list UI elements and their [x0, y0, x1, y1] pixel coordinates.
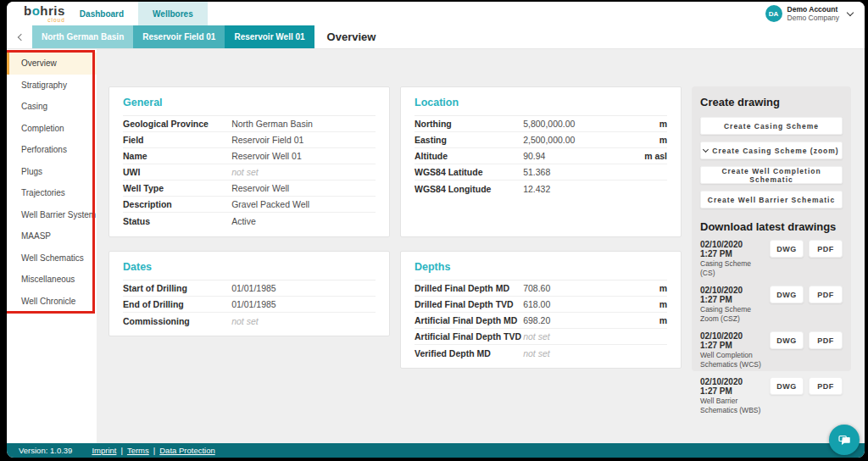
drawing-name: Casing Scheme Zoom (CSZ): [700, 305, 761, 324]
account-name: Demo Account: [787, 5, 839, 14]
drawing-timestamp: 02/10/2020 1:27 PM: [700, 331, 761, 350]
general-row-well-type: Well TypeReservoir Well: [123, 181, 376, 197]
column-left: General Geological ProvinceNorth German …: [108, 86, 390, 443]
sidebar-item-overview[interactable]: Overview: [7, 53, 97, 75]
chat-button[interactable]: [829, 425, 860, 455]
card-general-title: General: [123, 97, 376, 116]
data-protection-link[interactable]: Data Protection: [159, 446, 214, 455]
logo-text: bohris: [24, 4, 65, 17]
drawing-timestamp: 02/10/2020 1:27 PM: [700, 286, 761, 304]
create-casing-scheme-button[interactable]: Create Casing Scheme: [700, 117, 843, 135]
app-header: bohris cloud Dashboard Wellbores DA Demo…: [7, 2, 865, 25]
create-well-barrier-schematic-button[interactable]: Create Well Barrier Schematic: [700, 191, 843, 208]
drawing-name: Well Completion Schematics (WCS): [700, 351, 761, 369]
dwg-download-button[interactable]: DWG: [770, 286, 804, 303]
card-dates: Dates Start of Drilling01/01/1985 End of…: [108, 251, 390, 336]
chevron-down-icon: [703, 146, 709, 152]
drawing-timestamp: 02/10/2020 1:27 PM: [700, 240, 761, 258]
app-window: bohris cloud Dashboard Wellbores DA Demo…: [7, 2, 865, 458]
chat-icon: [837, 432, 852, 447]
location-row-wgs84-longitude: WGS84 Longitude12.432: [415, 181, 667, 197]
download-item-casing-scheme: 02/10/2020 1:27 PMCasing Scheme (CS) DWG…: [700, 240, 843, 278]
pdf-download-button[interactable]: PDF: [809, 331, 843, 349]
terms-link[interactable]: Terms: [127, 446, 149, 455]
location-row-altitude: Altitude90.94m asl: [415, 148, 667, 164]
logo-subtext: cloud: [24, 18, 65, 24]
avatar: DA: [765, 5, 782, 22]
location-row-northing: Northing5,800,000.00m: [415, 116, 667, 132]
dates-row-start-of-drilling: Start of Drilling01/01/1985: [123, 280, 376, 297]
sidebar-item-maasp[interactable]: MAASP: [7, 225, 97, 247]
sidebar-item-plugs[interactable]: Plugs: [7, 161, 97, 183]
location-row-wgs84-latitude: WGS84 Latitude51.368: [415, 164, 667, 181]
sidebar-item-trajectories[interactable]: Trajectories: [7, 182, 97, 204]
breadcrumb-bar: North German Basin Reservoir Field 01 Re…: [7, 25, 865, 49]
card-general: General Geological ProvinceNorth German …: [108, 86, 390, 237]
bohris-logo: bohris cloud: [24, 2, 65, 25]
download-drawings-title: Download latest drawings: [700, 220, 843, 233]
version-label: Version: 1.0.39: [19, 446, 72, 455]
card-dates-title: Dates: [123, 261, 376, 280]
imprint-link[interactable]: Imprint: [92, 446, 116, 455]
sidebar-item-casing[interactable]: Casing: [7, 96, 97, 118]
general-row-status: StatusActive: [123, 213, 376, 229]
download-item-well-barrier: 02/10/2020 1:27 PMWell Barrier Schematic…: [700, 377, 843, 415]
header-spacer: [208, 2, 765, 25]
download-item-casing-scheme-zoom: 02/10/2020 1:27 PMCasing Scheme Zoom (CS…: [700, 286, 843, 324]
breadcrumb-tab-field[interactable]: Reservoir Field 01: [133, 25, 225, 48]
account-text: Demo Account Demo Company: [787, 5, 839, 22]
pdf-download-button[interactable]: PDF: [809, 240, 843, 258]
dwg-download-button[interactable]: DWG: [770, 331, 804, 349]
pdf-download-button[interactable]: PDF: [809, 377, 843, 395]
general-row-uwi: UWInot set: [123, 164, 376, 181]
drawing-name: Casing Scheme (CS): [700, 259, 761, 278]
account-menu[interactable]: DA Demo Account Demo Company: [765, 2, 865, 25]
card-location: Location Northing5,800,000.00m Easting2,…: [400, 86, 682, 237]
general-row-description: DescriptionGravel Packed Well: [123, 197, 376, 213]
sidebar-item-well-chronicle[interactable]: Well Chronicle: [7, 291, 97, 313]
depths-row-drilled-tvd: Drilled Final Depth TVD618.00m: [415, 297, 667, 313]
depths-row-verified-md: Verified Depth MDnot set: [415, 345, 667, 361]
nav-tab-wellbores[interactable]: Wellbores: [138, 2, 208, 25]
dwg-download-button[interactable]: DWG: [770, 377, 804, 395]
content-area: Overview Stratigraphy Casing Completion …: [7, 49, 865, 443]
pdf-download-button[interactable]: PDF: [809, 286, 843, 303]
general-row-field: FieldReservoir Field 01: [123, 132, 376, 148]
breadcrumb-tab-basin[interactable]: North German Basin: [32, 25, 133, 48]
general-row-geological-province: Geological ProvinceNorth German Basin: [123, 116, 376, 132]
download-item-well-completion: 02/10/2020 1:27 PMWell Completion Schema…: [700, 331, 843, 369]
card-depths: Depths Drilled Final Depth MD708.60m Dri…: [400, 251, 682, 369]
location-row-easting: Easting2,500,000.00m: [415, 132, 667, 148]
sidebar-item-well-schematics[interactable]: Well Schematics: [7, 247, 97, 269]
sidebar: Overview Stratigraphy Casing Completion …: [7, 49, 97, 443]
card-depths-title: Depths: [415, 261, 667, 280]
sidebar-item-miscellaneous[interactable]: Miscellaneous: [7, 269, 97, 291]
dates-row-commissioning: Commissioningnot set: [123, 313, 376, 329]
footer: Version: 1.0.39 Imprint | Terms | Data P…: [7, 443, 865, 458]
nav-tab-dashboard[interactable]: Dashboard: [65, 2, 138, 25]
dwg-download-button[interactable]: DWG: [770, 240, 804, 258]
account-company: Demo Company: [787, 14, 839, 22]
general-row-name: NameReservoir Well 01: [123, 148, 376, 164]
chevron-down-icon: [847, 8, 854, 15]
card-location-title: Location: [415, 97, 667, 116]
sidebar-item-stratigraphy[interactable]: Stratigraphy: [7, 75, 97, 97]
chevron-left-icon: [17, 33, 24, 40]
sidebar-item-well-barrier-system[interactable]: Well Barrier System: [7, 204, 97, 226]
depths-row-artificial-tvd: Artificial Final Depth TVDnot set: [415, 329, 667, 345]
depths-row-artificial-md: Artificial Final Depth MD698.20m: [415, 313, 667, 329]
sidebar-item-completion[interactable]: Completion: [7, 118, 97, 140]
sidebar-item-perforations[interactable]: Perforations: [7, 139, 97, 161]
breadcrumb-tab-well[interactable]: Reservoir Well 01: [225, 25, 314, 48]
drawings-panel: Create drawing Create Casing Scheme Crea…: [692, 86, 851, 371]
main-panel: General Geological ProvinceNorth German …: [97, 49, 865, 443]
page-title: Overview: [327, 25, 376, 48]
create-well-completion-schematic-button[interactable]: Create Well Completion Schematic: [700, 166, 843, 184]
link-separator: |: [120, 446, 122, 455]
back-button[interactable]: [7, 25, 32, 48]
create-drawing-title: Create drawing: [700, 96, 843, 108]
depths-row-drilled-md: Drilled Final Depth MD708.60m: [415, 280, 667, 297]
create-casing-scheme-zoom-button[interactable]: Create Casing Scheme (zoom): [700, 142, 843, 159]
dates-row-end-of-drilling: End of Drilling01/01/1985: [123, 297, 376, 313]
link-separator: |: [153, 446, 155, 455]
